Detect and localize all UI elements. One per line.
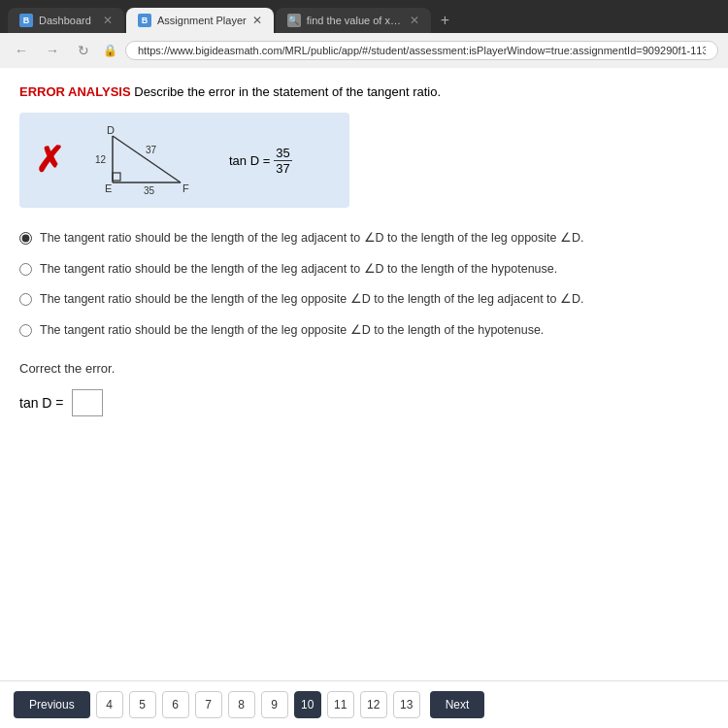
svg-text:D: D [107,126,115,136]
option-2[interactable]: The tangent ratio should be the length o… [19,254,709,285]
error-description: Describe the error in the statement of t… [134,84,441,99]
option-1[interactable]: The tangent ratio should be the length o… [19,223,709,254]
tab-search[interactable]: 🔍 find the value of x triangle - Sea ✕ [276,8,431,33]
option-2-text: The tangent ratio should be the length o… [40,261,557,279]
x-mark: ✗ [35,143,64,178]
page-12-button[interactable]: 12 [360,691,387,718]
page-5-button[interactable]: 5 [129,691,156,718]
new-tab-button[interactable]: + [433,8,457,33]
page-8-button[interactable]: 8 [228,691,255,718]
search-tab-icon: 🔍 [287,14,301,27]
option-1-radio[interactable] [19,232,32,245]
svg-text:E: E [105,182,112,194]
option-4-radio[interactable] [19,324,32,337]
svg-line-2 [113,136,181,182]
svg-text:35: 35 [144,185,155,194]
back-button[interactable]: ← [10,39,33,62]
lock-icon: 🔒 [103,44,117,57]
correct-error-section: Correct the error. tan D = [19,361,709,416]
tab-dashboard[interactable]: B Dashboard ✕ [8,8,124,33]
page-6-button[interactable]: 6 [162,691,189,718]
assignment-tab-close[interactable]: ✕ [252,14,262,27]
page-11-button[interactable]: 11 [327,691,354,718]
dashboard-tab-icon: B [19,14,33,27]
option-3-text: The tangent ratio should be the length o… [40,291,584,309]
next-button[interactable]: Next [430,691,485,718]
answer-box[interactable] [72,389,103,416]
assignment-tab-label: Assignment Player [157,15,247,26]
tab-assignment-player[interactable]: B Assignment Player ✕ [126,8,274,33]
dashboard-tab-close[interactable]: ✕ [103,14,113,27]
correct-error-label: Correct the error. [19,361,709,376]
page-9-button[interactable]: 9 [261,691,288,718]
triangle-diagram: D E F 12 35 37 [93,126,200,194]
page-7-button[interactable]: 7 [195,691,222,718]
option-4-text: The tangent ratio should be the length o… [40,322,544,340]
svg-text:12: 12 [95,154,107,165]
fraction-numerator: 35 [274,146,291,161]
error-analysis-header: ERROR ANALYSIS Describe the error in the… [19,83,709,101]
tan-d-input-row: tan D = [19,389,709,416]
refresh-button[interactable]: ↻ [72,39,95,62]
bottom-nav: Previous 4 5 6 7 8 9 10 11 12 13 Next [0,680,728,728]
tan-formula: tan D = 35 37 [229,146,292,176]
dashboard-tab-label: Dashboard [39,15,97,26]
error-label: ERROR ANALYSIS [19,84,131,99]
browser-chrome: B Dashboard ✕ B Assignment Player ✕ 🔍 fi… [0,0,728,68]
page-13-button[interactable]: 13 [393,691,420,718]
search-tab-close[interactable]: ✕ [410,14,419,27]
options-list: The tangent ratio should be the length o… [19,223,709,346]
fraction-denominator: 37 [274,161,291,176]
page-content: ERROR ANALYSIS Describe the error in the… [0,68,728,718]
page-4-button[interactable]: 4 [96,691,123,718]
page-10-button[interactable]: 10 [294,691,321,718]
tabs-bar: B Dashboard ✕ B Assignment Player ✕ 🔍 fi… [0,8,728,33]
fraction: 35 37 [274,146,291,176]
tan-d-label: tan D = [19,395,64,411]
option-3[interactable]: The tangent ratio should be the length o… [19,284,709,315]
option-2-radio[interactable] [19,263,32,276]
option-4[interactable]: The tangent ratio should be the length o… [19,315,709,347]
tan-label: tan D = [229,153,270,168]
address-bar-row: ← → ↻ 🔒 [0,33,728,68]
forward-button[interactable]: → [41,39,64,62]
svg-text:F: F [182,182,189,194]
svg-rect-3 [113,173,120,181]
address-input[interactable] [125,41,718,60]
svg-text:37: 37 [146,145,157,155]
option-3-radio[interactable] [19,293,32,306]
option-1-text: The tangent ratio should be the length o… [40,230,584,248]
diagram-box: ✗ D E F 12 35 37 tan D = 35 37 [19,113,349,208]
previous-button[interactable]: Previous [14,691,90,718]
assignment-tab-icon: B [138,14,151,27]
search-tab-label: find the value of x triangle - Sea [307,15,404,26]
